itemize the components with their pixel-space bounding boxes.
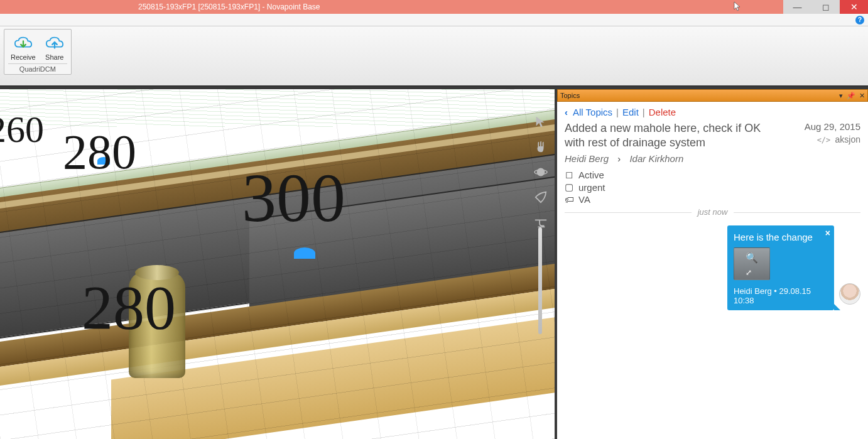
maximize-button[interactable]: ◻ (811, 0, 840, 14)
marker-point (294, 247, 315, 259)
ribbon: Receive Share QuadriDCM (0, 26, 868, 87)
main-area: ▾ 260 280 300 280 (0, 87, 868, 439)
topic-from: Heidi Berg (565, 153, 609, 164)
panel-header: Topics ▾ 📌 ✕ (557, 89, 868, 102)
expand-icon: ⤢ (746, 268, 752, 277)
edit-link[interactable]: Edit (622, 107, 639, 117)
panel-pin-icon[interactable]: 📌 (847, 92, 855, 100)
share-label: Share (45, 53, 63, 61)
comment-bubble: × Here is the change 🔍 ⤢ Heidi Berg • 29… (727, 225, 834, 310)
magnify-icon: 🔍 (746, 252, 758, 264)
panel-close-icon[interactable]: ✕ (859, 92, 865, 100)
panel-body: ‹ All Topics | Edit | Delete Added a new… (557, 102, 868, 315)
station-label: 300 (242, 158, 345, 238)
tag-icon: 🏷 (565, 194, 573, 205)
cloud-download-icon (13, 33, 33, 53)
status-icon: ◻ (565, 169, 573, 180)
select-tool-icon[interactable] (533, 114, 548, 129)
all-topics-link[interactable]: All Topics (573, 107, 612, 117)
orbit-tool-icon[interactable] (533, 165, 548, 180)
topic-title: Added a new mahole here, check if OK wit… (565, 121, 772, 149)
pan-tool-icon[interactable] (533, 139, 548, 154)
status-label: Active (578, 170, 604, 180)
delete-link[interactable]: Delete (649, 107, 676, 117)
cloud-upload-icon (45, 33, 65, 53)
ribbon-group-quadridcm: Receive Share QuadriDCM (4, 29, 72, 75)
fly-tool-icon[interactable] (533, 190, 548, 205)
breadcrumb: ‹ All Topics | Edit | Delete (565, 107, 860, 117)
comment-meta: Heidi Berg • 29.08.15 10:38 (734, 286, 828, 305)
cursor-icon (734, 1, 742, 13)
avatar (839, 283, 860, 305)
help-bar: ? (0, 14, 868, 26)
help-icon[interactable]: ? (855, 16, 864, 24)
comment-area: × Here is the change 🔍 ⤢ Heidi Berg • 29… (565, 225, 860, 310)
zoom-slider[interactable] (538, 227, 542, 334)
time-separator: just now (565, 212, 860, 213)
viewport-3d[interactable]: ▾ 260 280 300 280 (0, 89, 557, 439)
window-controls: — ◻ ✕ (783, 0, 868, 14)
topics-panel: Topics ▾ 📌 ✕ ‹ All Topics | Edit | Delet… (557, 89, 868, 439)
priority-icon: ▢ (565, 182, 573, 193)
station-label: 280 (63, 124, 136, 180)
window-title: 250815-193xFP1 [250815-193xFP1] - Novapo… (138, 3, 320, 11)
chevron-left-icon[interactable]: ‹ (565, 107, 568, 117)
window-titlebar: 250815-193xFP1 [250815-193xFP1] - Novapo… (0, 0, 868, 14)
topic-date: Aug 29, 2015 (805, 121, 860, 132)
topic-code: aksjon (805, 134, 860, 144)
topic-people: Heidi Berg › Idar Kirkhorn (565, 153, 860, 164)
priority-label: urgent (578, 182, 605, 193)
viewport-tools (533, 114, 548, 230)
receive-label: Receive (11, 53, 36, 61)
station-label: 260 (0, 108, 44, 151)
station-label: 280 (82, 271, 176, 344)
chevron-right-icon: › (617, 153, 621, 164)
topic-to: Idar Kirkhorn (629, 153, 683, 164)
close-button[interactable]: ✕ (840, 0, 868, 14)
comment-text: Here is the change (734, 232, 828, 242)
ribbon-group-label: QuadriDCM (8, 63, 67, 73)
panel-dropdown-icon[interactable]: ▾ (839, 92, 843, 100)
tag-label: VA (578, 194, 590, 205)
scene: 260 280 300 280 (0, 89, 555, 439)
share-button[interactable]: Share (42, 32, 67, 62)
comment-thumbnail[interactable]: 🔍 ⤢ (734, 247, 770, 280)
time-separator-label: just now (692, 207, 734, 217)
topic-meta: ◻Active ▢urgent 🏷VA (565, 169, 860, 205)
svg-point-0 (537, 168, 545, 176)
panel-title: Topics (560, 92, 580, 99)
receive-button[interactable]: Receive (8, 32, 38, 62)
minimize-button[interactable]: — (783, 0, 811, 14)
comment-close-icon[interactable]: × (825, 228, 830, 238)
